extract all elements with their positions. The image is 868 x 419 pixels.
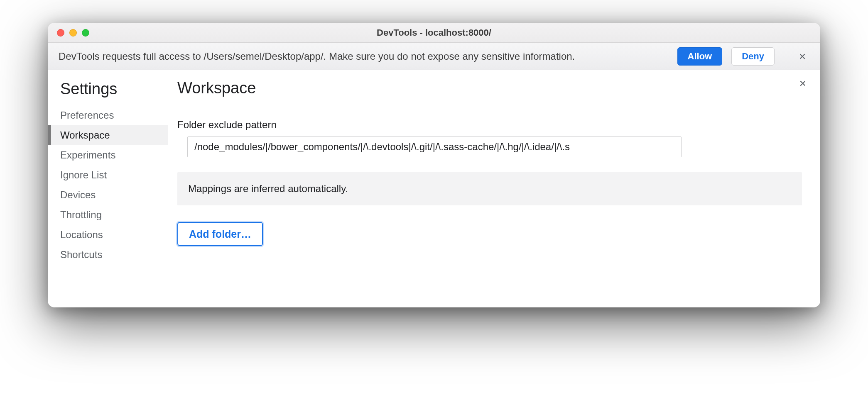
- sidebar-item-label: Ignore List: [60, 169, 107, 181]
- settings-panel: Settings Preferences Workspace Experimen…: [48, 70, 820, 307]
- window-close-button[interactable]: [57, 29, 64, 37]
- settings-sidebar: Settings Preferences Workspace Experimen…: [48, 70, 168, 307]
- window-controls: [57, 29, 89, 37]
- sidebar-item-preferences[interactable]: Preferences: [48, 105, 168, 125]
- window-title: DevTools - localhost:8000/: [48, 27, 820, 38]
- sidebar-item-devices[interactable]: Devices: [48, 185, 168, 205]
- exclude-pattern-input[interactable]: [187, 136, 682, 157]
- deny-button[interactable]: Deny: [731, 47, 775, 66]
- devtools-window: DevTools - localhost:8000/ DevTools requ…: [48, 23, 820, 307]
- sidebar-item-label: Devices: [60, 189, 96, 201]
- sidebar-item-label: Workspace: [60, 129, 110, 141]
- sidebar-item-label: Locations: [60, 229, 103, 241]
- permission-message: DevTools requests full access to /Users/…: [59, 51, 575, 62]
- sidebar-item-label: Experiments: [60, 149, 115, 161]
- sidebar-item-ignore-list[interactable]: Ignore List: [48, 165, 168, 185]
- window-minimize-button[interactable]: [69, 29, 77, 37]
- permission-infobar: DevTools requests full access to /Users/…: [48, 43, 820, 70]
- sidebar-item-label: Preferences: [60, 110, 114, 121]
- settings-close-button[interactable]: [797, 78, 809, 89]
- window-titlebar: DevTools - localhost:8000/: [48, 23, 820, 43]
- add-folder-button[interactable]: Add folder…: [177, 222, 263, 246]
- sidebar-title: Settings: [48, 78, 168, 105]
- sidebar-item-label: Shortcuts: [60, 249, 102, 261]
- sidebar-item-label: Throttling: [60, 209, 102, 221]
- sidebar-item-locations[interactable]: Locations: [48, 225, 168, 245]
- sidebar-item-workspace[interactable]: Workspace: [48, 125, 168, 145]
- mappings-info: Mappings are inferred automatically.: [177, 172, 802, 205]
- sidebar-item-throttling[interactable]: Throttling: [48, 205, 168, 225]
- sidebar-item-shortcuts[interactable]: Shortcuts: [48, 245, 168, 265]
- window-maximize-button[interactable]: [82, 29, 89, 37]
- sidebar-item-experiments[interactable]: Experiments: [48, 145, 168, 165]
- close-icon: [798, 52, 807, 61]
- pane-heading: Workspace: [177, 79, 802, 104]
- allow-button[interactable]: Allow: [677, 47, 723, 66]
- close-icon: [799, 79, 807, 88]
- infobar-close-button[interactable]: [795, 49, 809, 63]
- exclude-pattern-label: Folder exclude pattern: [177, 119, 802, 131]
- workspace-settings-pane: Workspace Folder exclude pattern Mapping…: [168, 70, 820, 307]
